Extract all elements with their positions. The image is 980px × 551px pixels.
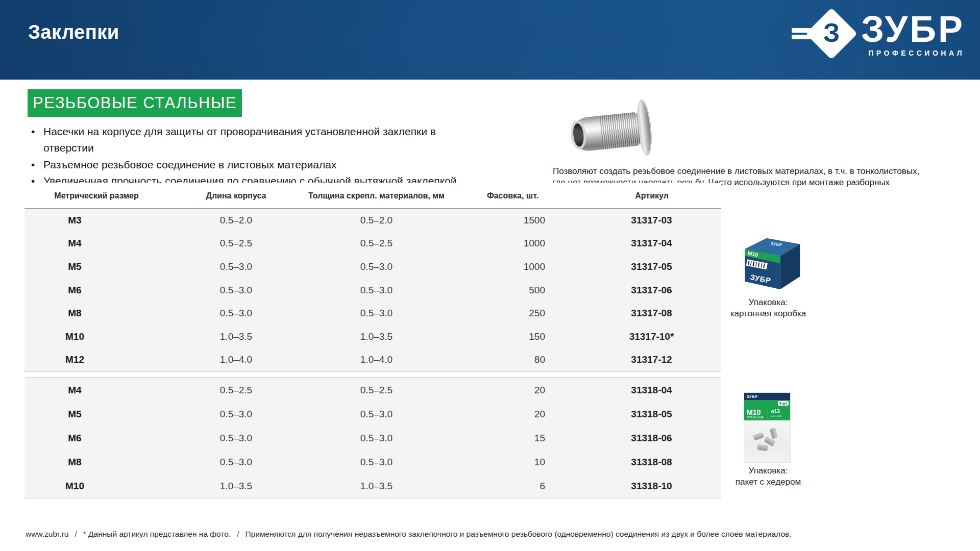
table-cell: 1.0–3.5: [168, 474, 304, 498]
site-link[interactable]: www.zubr.ru: [26, 530, 68, 538]
column-header-article: Артикул: [554, 183, 721, 209]
table-cell: 0.5–3.0: [168, 426, 304, 450]
table-cell: М8: [24, 450, 168, 474]
table-cell: 31317-03: [554, 209, 721, 232]
table-cell: 500: [449, 279, 554, 302]
table-row: М80.5–3.00.5–3.01031318-08: [24, 450, 721, 474]
table-cell: 150: [449, 325, 554, 348]
table-cell: М6: [24, 426, 168, 450]
table-cell: М5: [24, 402, 168, 426]
table-cell: 31318-04: [554, 378, 721, 403]
table-cell: 20: [449, 402, 554, 426]
feature-item: Разъемное резьбовое соединение в листовы…: [28, 157, 457, 173]
table-cell: 0.5–3.0: [304, 255, 449, 279]
bag-size-label: M10: [747, 409, 768, 416]
page-footer: www.zubr.ru/* Данный артикул представлен…: [26, 530, 949, 539]
table-cell: М6: [24, 279, 168, 302]
package-box-image: M10 ЗУБР ЗУБР: [735, 232, 804, 296]
table-cell: 0.5–2.5: [168, 232, 304, 256]
package-caption-line: пакет с хедером: [717, 477, 819, 488]
table-cell: 31318-06: [554, 426, 721, 450]
table-body: М30.5–2.00.5–2.0150031317-03М40.5–2.50.5…: [24, 209, 721, 372]
brand-name: ЗУБР: [861, 11, 965, 47]
table-row: М101.0–3.51.0–3.515031317-10*: [24, 325, 721, 348]
table-cell: 31317-12: [554, 348, 721, 372]
products-table-box: Метрический размер Длина корпуса Толщина…: [24, 183, 721, 372]
table-cell: 0.5–3.0: [304, 302, 449, 325]
table-cell: 0.5–3.0: [304, 426, 449, 450]
table-cell: М4: [24, 378, 168, 403]
table-cell: М5: [24, 255, 168, 279]
footer-separator: /: [237, 530, 239, 538]
bag-spec-cell: ø13 1.0–3.5: [768, 409, 781, 419]
table-cell: М10: [24, 325, 168, 348]
section-badge: РЕЗЬБОВЫЕ СТАЛЬНЫЕ: [28, 89, 242, 117]
bag-type-label: СТАЛЬНЫЕ: [747, 416, 768, 419]
table-cell: 0.5–3.0: [168, 450, 304, 474]
table-cell: 0.5–3.0: [168, 255, 304, 279]
table-row: М30.5–2.00.5–2.0150031317-03: [24, 209, 721, 232]
table-row: М60.5–3.00.5–3.01531318-06: [24, 426, 721, 450]
column-header-metric-size: Метрический размер: [24, 183, 168, 209]
brand-logo-icon: З: [805, 9, 854, 58]
table-row: М40.5–2.50.5–2.5100031317-04: [24, 232, 721, 256]
table-cell: 15: [449, 426, 554, 450]
bag-size-cell: M10 СТАЛЬНЫЕ: [744, 409, 768, 419]
table-cell: 0.5–2.0: [304, 209, 449, 232]
bag-body: [744, 420, 790, 462]
column-header-body-length: Длина корпуса: [168, 183, 304, 209]
table-cell: М3: [24, 209, 168, 232]
table-cell: 0.5–2.0: [168, 209, 304, 232]
brand-logo-text: ЗУБР ПРОФЕССИОНАЛ: [861, 11, 965, 57]
bag-range-label: 1.0–3.5: [771, 414, 781, 417]
rivet-art: [567, 98, 655, 166]
page-header: Заклепки З ЗУБР ПРОФЕССИОНАЛ: [0, 0, 980, 80]
carton-box-art: M10 ЗУБР ЗУБР: [735, 232, 804, 294]
table-row: М50.5–3.00.5–3.0100031317-05: [24, 255, 721, 279]
brand-subtitle: ПРОФЕССИОНАЛ: [868, 49, 965, 57]
table-cell: 31318-05: [554, 402, 721, 426]
bag-brand-strip: ЗУБР: [744, 393, 790, 400]
column-header-material-thickness: Толщина скрепл. материалов, мм: [304, 183, 449, 209]
table-cell: 80: [449, 348, 554, 372]
table-cell: 31317-05: [554, 255, 721, 279]
table-cell: 1500: [449, 209, 554, 232]
bag-diameter-label: ø13: [771, 409, 781, 414]
package-caption-line: Упаковка:: [717, 465, 819, 477]
bag-header-card: 6 шт M10 СТАЛЬНЫЕ ø13 1.0–3.5: [744, 400, 790, 420]
rivet-thumb: [757, 444, 768, 452]
page-title: Заклепки: [28, 21, 119, 43]
table-cell: 31317-08: [554, 302, 721, 325]
table-cell: 1.0–3.5: [304, 474, 449, 498]
table-cell: М12: [24, 348, 168, 372]
table-header-row: Метрический размер Длина корпуса Толщина…: [24, 183, 721, 209]
table-cell: 0.5–3.0: [304, 402, 449, 426]
table-row: М40.5–2.50.5–2.52031318-04: [24, 378, 721, 403]
table-cell: 0.5–3.0: [304, 279, 449, 302]
package-caption-line: Упаковка:: [717, 297, 819, 308]
catalog-page: Заклепки З ЗУБР ПРОФЕССИОНАЛ РЕЗЬБОВЫЕ С…: [0, 0, 980, 551]
table-cell: М8: [24, 302, 168, 325]
table-cell: 31317-10*: [554, 325, 721, 348]
rivet-knurl: [600, 112, 642, 149]
table-cell: 0.5–3.0: [168, 402, 304, 426]
table-cell: 10: [449, 450, 554, 474]
brand-logo: З ЗУБР ПРОФЕССИОНАЛ: [805, 9, 965, 58]
table-cell: 20: [449, 378, 554, 403]
table-row: М80.5–3.00.5–3.025031317-08: [24, 302, 721, 325]
table-cell: 31318-10: [554, 474, 721, 498]
table-cell: 0.5–2.5: [304, 232, 449, 256]
bag-count-badge: 6 шт: [778, 401, 789, 406]
products-table-bag: М40.5–2.50.5–2.52031318-04М50.5–3.00.5–3…: [24, 378, 721, 498]
table-cell: 1000: [449, 232, 554, 256]
table-cell: 0.5–2.5: [168, 378, 304, 403]
table-row: М121.0–4.01.0–4.08031317-12: [24, 348, 721, 372]
package-caption-bag: Упаковка: пакет с хедером: [717, 465, 819, 487]
table-cell: 1.0–3.5: [304, 325, 449, 348]
feature-item: Насечки на корпусе для защиты от провора…: [28, 123, 457, 157]
footer-separator: /: [75, 530, 77, 538]
table-cell: М10: [24, 474, 168, 498]
package-caption-box: Упаковка: картонная коробка: [717, 297, 819, 319]
rivet-thumb: [753, 432, 765, 441]
package-caption-line: картонная коробка: [717, 308, 819, 319]
